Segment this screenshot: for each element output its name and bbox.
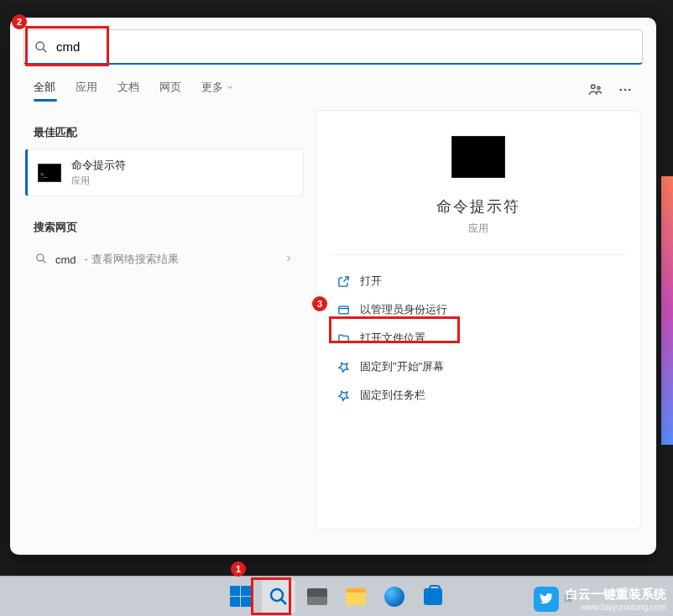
svg-point-2 bbox=[592, 85, 596, 89]
account-icon[interactable] bbox=[587, 82, 603, 97]
watermark-title: 白云一键重装系统 bbox=[566, 586, 666, 603]
task-view-button[interactable] bbox=[300, 580, 334, 613]
action-open-label: 打开 bbox=[360, 274, 382, 289]
tab-web[interactable]: 网页 bbox=[159, 80, 181, 100]
action-run-admin-label: 以管理员身份运行 bbox=[360, 302, 447, 317]
search-input[interactable] bbox=[56, 39, 632, 54]
svg-point-7 bbox=[37, 253, 44, 260]
edge-icon bbox=[384, 587, 404, 607]
taskbar-search-button[interactable] bbox=[262, 580, 295, 613]
search-box[interactable] bbox=[23, 29, 643, 65]
tabs: 全部 应用 文档 网页 更多 bbox=[10, 65, 656, 107]
task-view-icon bbox=[307, 588, 327, 605]
svg-rect-9 bbox=[338, 306, 347, 314]
desktop-accent bbox=[661, 176, 673, 445]
svg-line-8 bbox=[43, 260, 45, 263]
chevron-right-icon bbox=[284, 253, 294, 266]
file-explorer-button[interactable] bbox=[339, 580, 373, 613]
svg-line-12 bbox=[282, 599, 287, 604]
best-match-title: 命令提示符 bbox=[71, 158, 126, 173]
best-match-header: 最佳匹配 bbox=[25, 120, 304, 149]
search-panel: 全部 应用 文档 网页 更多 最佳匹配 命令提示符 应用 bbox=[10, 18, 656, 555]
action-open[interactable]: 打开 bbox=[331, 267, 625, 295]
best-match-sub: 应用 bbox=[71, 175, 126, 187]
more-icon[interactable] bbox=[618, 82, 633, 97]
action-open-location-label: 打开文件位置 bbox=[360, 331, 425, 346]
action-pin-taskbar[interactable]: 固定到任务栏 bbox=[331, 381, 625, 410]
pin-icon bbox=[336, 360, 350, 373]
action-run-admin[interactable]: 以管理员身份运行 bbox=[331, 295, 625, 324]
preview-title: 命令提示符 bbox=[331, 196, 625, 217]
search-icon bbox=[35, 253, 47, 267]
folder-icon bbox=[336, 331, 350, 345]
best-match-item[interactable]: 命令提示符 应用 bbox=[25, 149, 304, 196]
tab-more-label: 更多 bbox=[201, 80, 223, 95]
preview-sub: 应用 bbox=[331, 222, 625, 236]
store-button[interactable] bbox=[416, 580, 450, 613]
cmd-thumbnail-icon bbox=[38, 164, 61, 182]
web-suffix: - 查看网络搜索结果 bbox=[85, 252, 179, 267]
action-pin-start[interactable]: 固定到"开始"屏幕 bbox=[331, 352, 625, 381]
action-pin-taskbar-label: 固定到任务栏 bbox=[360, 388, 425, 403]
svg-point-11 bbox=[271, 589, 283, 601]
store-icon bbox=[424, 588, 442, 605]
preview-panel: 命令提示符 应用 打开 以管理员身份运行 打开文件位置 bbox=[316, 110, 641, 530]
svg-point-4 bbox=[619, 89, 622, 91]
tab-all[interactable]: 全部 bbox=[34, 80, 55, 100]
search-box-wrap bbox=[10, 18, 656, 65]
tabs-right bbox=[587, 82, 633, 97]
annotation-num-1: 1 bbox=[231, 561, 246, 577]
action-pin-start-label: 固定到"开始"屏幕 bbox=[360, 359, 444, 374]
web-header: 搜索网页 bbox=[25, 215, 304, 243]
tab-apps[interactable]: 应用 bbox=[76, 80, 97, 100]
open-icon bbox=[336, 274, 350, 288]
svg-point-3 bbox=[597, 86, 600, 89]
shield-admin-icon bbox=[336, 303, 350, 316]
watermark-url: www.baiyunxitong.com bbox=[566, 602, 666, 613]
web-query: cmd bbox=[55, 253, 76, 266]
content: 最佳匹配 命令提示符 应用 搜索网页 cmd - 查看网络搜索结果 bbox=[10, 107, 656, 530]
watermark-logo-icon bbox=[534, 587, 559, 612]
windows-logo-icon bbox=[230, 586, 251, 607]
tab-docs[interactable]: 文档 bbox=[117, 80, 139, 100]
search-icon bbox=[269, 587, 289, 607]
svg-line-1 bbox=[43, 49, 46, 52]
action-open-location[interactable]: 打开文件位置 bbox=[331, 324, 625, 352]
web-section: 搜索网页 cmd - 查看网络搜索结果 bbox=[25, 215, 304, 275]
preview-thumbnail-icon bbox=[451, 136, 505, 178]
best-match-text: 命令提示符 应用 bbox=[71, 158, 126, 187]
start-button[interactable] bbox=[223, 580, 257, 613]
watermark: 白云一键重装系统 www.baiyunxitong.com bbox=[534, 586, 666, 613]
left-column: 最佳匹配 命令提示符 应用 搜索网页 cmd - 查看网络搜索结果 bbox=[25, 107, 304, 530]
web-search-item[interactable]: cmd - 查看网络搜索结果 bbox=[25, 243, 304, 275]
folder-icon bbox=[346, 588, 366, 605]
edge-button[interactable] bbox=[378, 580, 411, 613]
svg-point-5 bbox=[624, 89, 627, 91]
divider bbox=[331, 254, 625, 255]
tab-more[interactable]: 更多 bbox=[201, 80, 234, 100]
svg-point-6 bbox=[629, 89, 631, 91]
pin-icon bbox=[336, 389, 350, 402]
svg-point-0 bbox=[36, 42, 44, 50]
search-icon bbox=[34, 40, 48, 54]
chevron-down-icon bbox=[226, 83, 234, 91]
